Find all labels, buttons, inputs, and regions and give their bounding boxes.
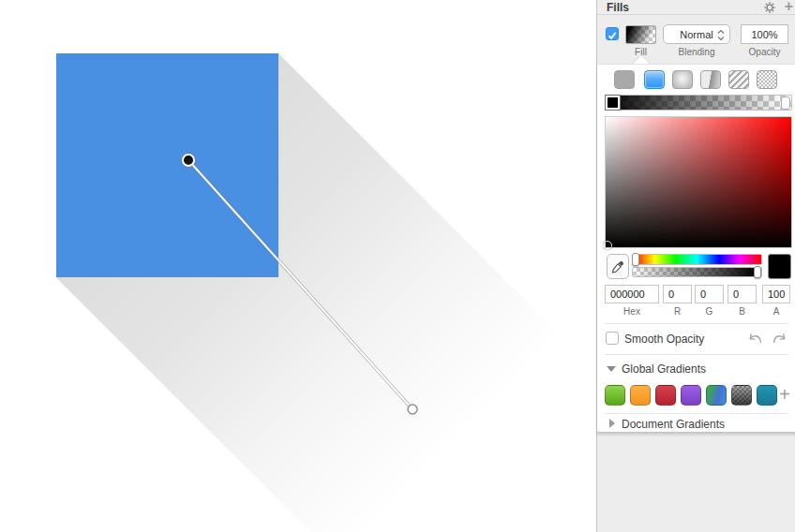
fill-type-angular-gradient[interactable] [700, 70, 721, 89]
fill-type-solid[interactable] [614, 70, 635, 89]
alpha-input[interactable] [762, 285, 790, 303]
fill-type-linear-gradient-selected[interactable] [644, 70, 665, 89]
fill-type-noise[interactable] [757, 70, 777, 89]
undo-icon[interactable] [747, 332, 763, 347]
checkmark-icon [607, 30, 618, 41]
blending-label: Blending [663, 47, 730, 57]
stepper-chevrons-icon [717, 29, 725, 41]
gradient-axis-overlay [0, 0, 596, 532]
fill-editor-popover: Hex R G B A Smooth Opacity [597, 64, 795, 433]
add-gradient-icon[interactable]: + [779, 384, 790, 406]
document-gradients-label: Document Gradients [622, 418, 725, 431]
gradient-axis-line[interactable] [188, 160, 412, 409]
gradient-stop-end[interactable] [781, 96, 790, 110]
alpha-label: A [762, 306, 790, 317]
blending-value: Normal [680, 29, 712, 40]
gradient-swatch-orange[interactable] [630, 385, 651, 406]
opacity-input[interactable] [741, 24, 788, 44]
opacity-label: Opacity [741, 47, 788, 57]
design-canvas [0, 0, 596, 532]
global-gradients-header[interactable]: Global Gradients [597, 361, 795, 377]
smooth-opacity-label: Smooth Opacity [624, 332, 704, 346]
red-label: R [663, 306, 692, 317]
panel-title: Fills [607, 1, 629, 14]
gradient-swatch-green[interactable] [605, 385, 625, 406]
smooth-opacity-checkbox[interactable] [606, 332, 619, 345]
blue-label: B [728, 306, 757, 317]
gradient-swatch-green-blue[interactable] [706, 385, 727, 406]
fill-enabled-checkbox[interactable] [606, 27, 619, 40]
gradient-end-handle[interactable] [408, 405, 417, 414]
gradient-start-handle[interactable] [183, 155, 194, 166]
red-input[interactable] [663, 285, 692, 303]
gradient-swatch-teal[interactable] [757, 385, 777, 406]
color-picker-area[interactable] [605, 116, 792, 248]
fills-inspector-panel: Fills + Normal Fill Blending Opacit [596, 0, 795, 532]
disclosure-right-icon[interactable] [609, 419, 615, 428]
fill-type-radial-gradient[interactable] [672, 70, 693, 89]
separator [605, 413, 788, 414]
add-fill-icon[interactable]: + [785, 0, 793, 15]
redo-icon[interactable] [772, 332, 788, 347]
gradient-swatch-dark-noise[interactable] [731, 385, 752, 406]
gradient-swatch-purple[interactable] [681, 385, 701, 406]
eyedropper-button[interactable] [607, 254, 629, 279]
fill-type-pattern[interactable] [728, 70, 749, 89]
current-color-well[interactable] [768, 254, 791, 279]
gradient-swatch-red[interactable] [655, 385, 676, 406]
blending-dropdown[interactable]: Normal [663, 24, 730, 44]
document-gradients-header[interactable]: Document Gradients [597, 416, 795, 433]
eyedropper-icon [611, 260, 624, 273]
alpha-slider-handle[interactable] [754, 266, 761, 278]
hue-slider[interactable] [632, 254, 762, 265]
disclosure-down-icon[interactable] [607, 366, 616, 372]
separator [605, 323, 788, 324]
popover-arrow [633, 55, 650, 64]
color-picker-cursor[interactable] [603, 241, 612, 250]
separator [605, 354, 788, 355]
gradient-bar[interactable] [605, 95, 792, 111]
gradient-stop-start-selected[interactable] [606, 96, 620, 110]
hex-label: Hex [605, 306, 659, 317]
hex-input[interactable] [605, 285, 659, 303]
green-label: G [695, 306, 724, 317]
alpha-slider[interactable] [632, 267, 762, 277]
green-input[interactable] [695, 285, 724, 303]
fill-color-swatch[interactable] [625, 25, 656, 44]
gear-icon[interactable] [763, 1, 776, 14]
hue-slider-handle[interactable] [632, 253, 639, 266]
global-gradients-label: Global Gradients [622, 362, 706, 376]
blue-input[interactable] [728, 285, 757, 303]
app-window: Fills + Normal Fill Blending Opacit [0, 0, 795, 532]
fills-header: Fills + [597, 0, 795, 15]
